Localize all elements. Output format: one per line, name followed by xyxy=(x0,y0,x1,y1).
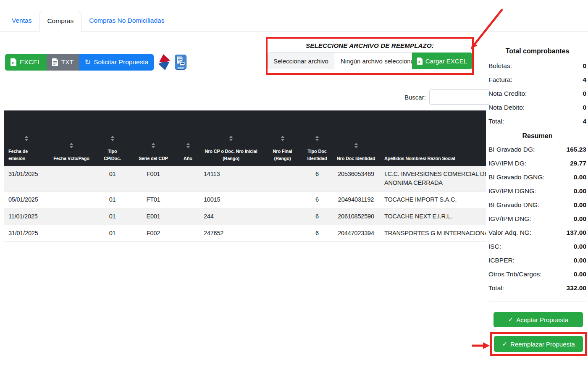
search-row: Buscar: xyxy=(404,89,490,105)
summary-stat-row: BI Gravado DNG:0.00 xyxy=(488,198,586,212)
column-header-label: Fecha de emisión xyxy=(8,148,44,162)
summary-stat-row: Nota Credito:0 xyxy=(488,87,586,100)
sort-icon[interactable] xyxy=(229,136,233,141)
column-header-fecha-vcto-pago[interactable]: Fecha Vcto/Pago xyxy=(48,110,94,166)
cell-tipo-doc-identidad: 6 xyxy=(302,166,332,192)
summary-stat-row: BI Gravado DGNG:0.00 xyxy=(488,170,586,184)
summary-stat-row: Boletas:0 xyxy=(488,59,586,73)
solicitar-propuesta-label: Solicitar Propuesta xyxy=(94,58,148,66)
cargar-excel-button[interactable]: x Cargar EXCEL xyxy=(412,52,472,69)
column-header-razon-social[interactable]: Apellidos Nombres/ Razón Social xyxy=(380,110,486,166)
tab-compras[interactable]: Compras xyxy=(39,12,81,32)
table-header-row: Fecha de emisión Fecha Vcto/Pago Tipo CP… xyxy=(4,110,486,166)
stat-label: IGV/IPM DG: xyxy=(488,160,526,167)
column-header-serie-cdp[interactable]: Serie del CDP xyxy=(130,110,176,166)
cell-tipo-doc-identidad: 6 xyxy=(302,192,332,208)
tab-ventas[interactable]: Ventas xyxy=(4,12,39,32)
cell-tipo-doc-identidad: 6 xyxy=(302,208,332,225)
reemplazar-propuesta-button[interactable]: ✓ Reemplazar Propuesta xyxy=(494,336,583,352)
export-excel-button[interactable]: x EXCEL xyxy=(5,54,47,71)
resumen-title: Resumen xyxy=(488,130,586,142)
sunat-logo-icon[interactable]: SUNAT xyxy=(175,55,186,70)
diamond-logo-icon[interactable] xyxy=(158,54,171,71)
column-header-label: Tipo CP/Doc. xyxy=(99,148,126,162)
tab-compras-no-domiciliadas[interactable]: Compras No Domiciliadas xyxy=(81,12,172,32)
page: Ventas Compras Compras No Domiciliadas x… xyxy=(0,0,588,378)
export-txt-button[interactable]: TXT xyxy=(47,54,79,71)
summary-stat-row: Valor Adq. NG:137.00 xyxy=(488,226,586,239)
cell-serie-cdp: F002 xyxy=(130,225,176,242)
column-header-label: Tipo Doc Identidad xyxy=(307,148,328,162)
sort-icon[interactable] xyxy=(186,143,190,148)
summary-stat-row: Otros Trib/Cargos:0.00 xyxy=(488,267,586,281)
choose-file-button[interactable]: Seleccionar archivo xyxy=(268,53,334,69)
replace-file-section: SELECCIONE ARCHIVO DE REEMPLAZO: Selecci… xyxy=(266,37,474,75)
sort-icon[interactable] xyxy=(354,143,358,148)
summary-title: Total comprobantes xyxy=(488,45,586,57)
sort-icon[interactable] xyxy=(152,143,155,148)
stat-value: 4 xyxy=(583,118,586,125)
summary-stat-row: Total:4 xyxy=(488,114,586,128)
column-header-tipo-doc-identidad[interactable]: Tipo Doc Identidad xyxy=(302,110,332,166)
stat-label: IGV/IPM DNG: xyxy=(488,215,531,223)
column-header-nro-doc-identidad[interactable]: Nro Doc Identidad xyxy=(332,110,380,166)
column-header-fecha-emision[interactable]: Fecha de emisión xyxy=(4,110,48,166)
sort-icon[interactable] xyxy=(111,136,114,141)
column-header-nro-final[interactable]: Nro Final (Rango) xyxy=(262,110,302,166)
reemplazar-propuesta-label: Reemplazar Propuesta xyxy=(510,341,575,348)
table-row: 11/01/2025 01 E001 244 6 20610852590 TOC… xyxy=(4,208,486,225)
stat-value: 4 xyxy=(583,76,586,84)
stat-label: Nota Credito: xyxy=(488,90,527,97)
cell-serie-cdp: F001 xyxy=(130,166,176,192)
search-label: Buscar: xyxy=(404,94,426,101)
cell-nro-inicial: 10015 xyxy=(200,192,262,208)
stat-label: Total: xyxy=(488,284,504,292)
column-header-label: Nro CP o Doc. Nro Inicial (Rango) xyxy=(204,148,258,162)
stat-value: 0.00 xyxy=(574,187,586,195)
cell-fecha-emision: 31/01/2025 xyxy=(4,225,48,242)
comprobantes-table: Fecha de emisión Fecha Vcto/Pago Tipo CP… xyxy=(4,110,486,242)
stat-value: 0 xyxy=(583,62,586,70)
cell-anio xyxy=(176,166,200,192)
stat-value: 0 xyxy=(583,104,586,111)
sort-icon[interactable] xyxy=(25,136,28,141)
cell-nro-final xyxy=(262,166,302,192)
cell-fecha-vcto-pago xyxy=(48,166,94,192)
sort-icon[interactable] xyxy=(70,143,73,148)
cell-nro-final xyxy=(262,192,302,208)
annotation-arrow-to-replace-button xyxy=(472,342,490,349)
summary-stat-row: IGV/IPM DGNG:0.00 xyxy=(488,184,586,198)
file-input[interactable]: Seleccionar archivo Ningún archivo selec… xyxy=(268,52,412,69)
cell-fecha-vcto-pago xyxy=(48,225,94,242)
cell-nro-inicial: 247652 xyxy=(200,225,262,242)
cell-anio xyxy=(176,192,200,208)
cell-razon-social: TRANSPORTES G M INTERNACIONAL S.A.C. xyxy=(380,225,486,242)
check-icon: ✓ xyxy=(502,340,508,348)
cell-razon-social: I.C.C. INVERSIONES COMERCIAL DEL CENTANO… xyxy=(380,166,486,192)
excel-file-icon: x xyxy=(10,58,17,66)
aceptar-propuesta-button[interactable]: ✓ Aceptar Propuesta xyxy=(494,312,583,327)
cell-nro-final xyxy=(262,225,302,242)
table-container: Fecha de emisión Fecha Vcto/Pago Tipo CP… xyxy=(4,110,486,242)
file-status-text: Ningún archivo seleccionado xyxy=(334,53,412,69)
cell-razon-social: TOCACHE IMPORT S.A.C. xyxy=(380,192,486,208)
column-header-label: Fecha Vcto/Pago xyxy=(53,155,89,162)
stat-label: BI Gravado DGNG: xyxy=(488,173,545,181)
column-header-anio[interactable]: Año xyxy=(176,110,200,166)
cell-tipo-cp-doc: 01 xyxy=(94,208,130,225)
solicitar-propuesta-button[interactable]: ↻ Solicitar Propuesta xyxy=(79,54,154,71)
sort-icon[interactable] xyxy=(281,136,284,141)
cell-serie-cdp: FT01 xyxy=(130,192,176,208)
stat-value: 0.00 xyxy=(574,215,586,223)
search-input[interactable] xyxy=(429,89,490,105)
check-icon: ✓ xyxy=(508,316,514,323)
table-row: 31/01/2025 01 F002 247652 6 20447023394 … xyxy=(4,225,486,242)
stat-value: 0.00 xyxy=(574,270,586,278)
cell-nro-doc-identidad: 20610852590 xyxy=(332,208,380,225)
replace-section-title: SELECCIONE ARCHIVO DE REEMPLAZO: xyxy=(268,42,472,49)
cell-nro-inicial: 14113 xyxy=(200,166,262,192)
column-header-tipo-cp-doc[interactable]: Tipo CP/Doc. xyxy=(94,110,130,166)
column-header-label: Nro Final (Rango) xyxy=(267,148,298,162)
sort-icon[interactable] xyxy=(315,136,319,141)
column-header-nro-inicial[interactable]: Nro CP o Doc. Nro Inicial (Rango) xyxy=(200,110,262,166)
